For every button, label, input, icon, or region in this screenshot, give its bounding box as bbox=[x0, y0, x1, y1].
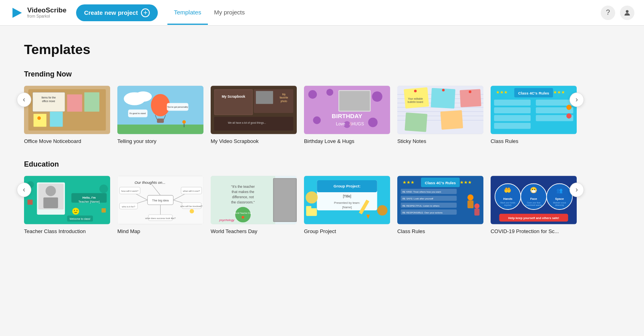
tab-my-projects[interactable]: My projects bbox=[208, 1, 252, 25]
svg-text:[Name]: [Name] bbox=[342, 205, 352, 209]
svg-rect-76 bbox=[494, 123, 531, 129]
tab-templates[interactable]: Templates bbox=[167, 1, 207, 25]
svg-point-38 bbox=[308, 90, 317, 99]
svg-rect-8 bbox=[50, 112, 62, 127]
template-thumb-office: Items for the office move bbox=[24, 86, 110, 134]
svg-text:the classroom.": the classroom." bbox=[231, 200, 255, 204]
svg-point-81 bbox=[566, 113, 572, 119]
svg-point-1 bbox=[626, 10, 629, 13]
svg-text:BE SAFE: Look after yourself: BE SAFE: Look after yourself bbox=[402, 197, 433, 200]
svg-text:BIRTHDAY: BIRTHDAY bbox=[332, 113, 362, 119]
svg-rect-18 bbox=[157, 119, 164, 123]
template-card-covid[interactable]: 🤲 Hands 😷 Face 👥 Space Wash your hands r… bbox=[491, 176, 577, 234]
template-name-classrules2: Class Rules bbox=[397, 228, 483, 234]
template-card-sticky[interactable]: Your editable bulletin board Sticky Note… bbox=[397, 86, 483, 144]
svg-rect-31 bbox=[256, 91, 273, 104]
svg-point-20 bbox=[182, 120, 186, 124]
svg-text:Group Project:: Group Project: bbox=[334, 184, 361, 188]
svg-point-39 bbox=[326, 89, 333, 96]
template-card-worldteacher[interactable]: "It's the teacher that makes the differe… bbox=[211, 176, 297, 234]
svg-text:bulletin board: bulletin board bbox=[408, 101, 423, 103]
svg-point-142 bbox=[377, 205, 388, 215]
header-right: ? bbox=[601, 6, 634, 20]
svg-text:You've got personality: You've got personality bbox=[167, 106, 188, 108]
svg-text:Help keep yourself and others : Help keep yourself and others safe! bbox=[508, 216, 559, 220]
svg-text:Our thoughts on...: Our thoughts on... bbox=[135, 180, 165, 185]
svg-text:Cover your face: Cover your face bbox=[527, 202, 540, 204]
help-button[interactable]: ? bbox=[601, 6, 615, 20]
svg-text:Maintain social: Maintain social bbox=[553, 202, 566, 204]
page-title: Templates bbox=[24, 42, 577, 57]
svg-text:The big idea: The big idea bbox=[152, 199, 169, 202]
template-card-story[interactable]: It's good to stand You've got personalit… bbox=[117, 86, 203, 144]
svg-text:We all have a lot of good thin: We all have a lot of good things... bbox=[228, 121, 266, 125]
svg-text:Your editable: Your editable bbox=[408, 97, 423, 100]
svg-rect-28 bbox=[215, 90, 252, 114]
template-thumb-worldteacher: "It's the teacher that makes the differe… bbox=[211, 176, 297, 224]
svg-text:BE RESPONSIBLE: Own your actio: BE RESPONSIBLE: Own your actions bbox=[402, 211, 443, 214]
svg-point-41 bbox=[313, 117, 321, 124]
template-card-scrapbook[interactable]: My Scrapbook My favorite photo We all ha… bbox=[211, 86, 297, 144]
education-next-button[interactable]: › bbox=[570, 183, 584, 197]
trending-section: Trending Now ‹ Items for the office move bbox=[24, 70, 577, 144]
template-card-teacher[interactable]: Hello, I'm Teacher [Name] Welcome to cla… bbox=[24, 176, 110, 234]
template-name-scrapbook: My Video Scrapbook bbox=[211, 138, 297, 144]
template-card-classrules2[interactable]: ★★★ ★★★ Class 4C's Rules BE KIND: Treat … bbox=[397, 176, 483, 234]
svg-text:"It's the teacher: "It's the teacher bbox=[231, 185, 255, 189]
svg-point-42 bbox=[368, 118, 378, 127]
svg-rect-85 bbox=[28, 199, 33, 205]
create-new-project-button[interactable]: Create new project + bbox=[76, 4, 158, 21]
template-card-birthday[interactable]: BIRTHDAY Love & HUGS Birthday Love & Hug… bbox=[304, 86, 390, 144]
svg-text:how will it work?: how will it work? bbox=[121, 190, 139, 192]
trending-next-button[interactable]: › bbox=[570, 93, 584, 107]
svg-point-63 bbox=[414, 90, 417, 92]
svg-rect-159 bbox=[467, 200, 473, 208]
header: VideoScribe from Sparkol Create new proj… bbox=[0, 0, 644, 26]
svg-text:Space: Space bbox=[555, 197, 564, 201]
svg-rect-62 bbox=[440, 110, 463, 130]
svg-rect-75 bbox=[494, 115, 531, 121]
svg-text:favorite: favorite bbox=[280, 97, 288, 99]
template-name-teacher: Teacher Class Introduction bbox=[24, 228, 110, 234]
svg-text:Hello, I'm: Hello, I'm bbox=[83, 196, 96, 199]
svg-rect-86 bbox=[101, 208, 106, 213]
template-thumb-story: It's good to stand You've got personalit… bbox=[117, 86, 203, 134]
svg-rect-45 bbox=[339, 91, 370, 111]
main-content: Templates Trending Now ‹ Items for the o… bbox=[0, 26, 601, 266]
svg-text:who will be involved?: who will be involved? bbox=[180, 205, 203, 207]
svg-text:It's good to stand: It's good to stand bbox=[129, 112, 146, 115]
svg-text:what does success look like?: what does success look like? bbox=[145, 217, 176, 219]
account-button[interactable] bbox=[620, 6, 634, 20]
education-prev-button[interactable]: ‹ bbox=[17, 183, 31, 197]
template-card-group[interactable]: Group Project: [Title] Presented by team… bbox=[304, 176, 390, 234]
template-name-sticky: Sticky Notes bbox=[397, 138, 483, 144]
svg-text:Presented by team:: Presented by team: bbox=[334, 201, 360, 205]
template-name-birthday: Birthday Love & Hugs bbox=[304, 138, 390, 144]
svg-rect-130 bbox=[274, 179, 296, 221]
template-thumb-group: Group Project: [Title] Presented by team… bbox=[304, 176, 390, 224]
template-card-office[interactable]: Items for the office move Office Move No… bbox=[24, 86, 110, 144]
svg-text:★★★: ★★★ bbox=[402, 180, 415, 185]
svg-point-40 bbox=[372, 91, 382, 102]
logo-name: VideoScribe bbox=[27, 7, 66, 14]
template-thumb-classrules: ★★★ ★★★ Class 4C's Rules bbox=[491, 86, 577, 134]
svg-rect-73 bbox=[494, 100, 531, 106]
trending-prev-button[interactable]: ‹ bbox=[17, 93, 31, 107]
template-name-covid: COVID-19 Protection for Sc... bbox=[491, 228, 577, 234]
svg-text:🤲: 🤲 bbox=[504, 187, 511, 194]
svg-text:Welcome to class!: Welcome to class! bbox=[70, 217, 91, 220]
svg-point-95 bbox=[74, 210, 75, 211]
svg-point-128 bbox=[242, 216, 244, 218]
svg-text:👥: 👥 bbox=[556, 187, 563, 194]
svg-point-160 bbox=[474, 203, 479, 209]
svg-text:difference, not: difference, not bbox=[232, 195, 254, 199]
svg-text:BE KIND: Treat others how you : BE KIND: Treat others how you want bbox=[402, 191, 441, 193]
template-card-mindmap[interactable]: Our thoughts on... The big idea h bbox=[117, 176, 203, 234]
template-card-classrules[interactable]: ★★★ ★★★ Class 4C's Rules bbox=[491, 86, 577, 144]
template-name-office: Office Move Noticeboard bbox=[24, 138, 110, 144]
logo-subtext: from Sparkol bbox=[27, 14, 66, 18]
template-thumb-sticky: Your editable bulletin board bbox=[397, 86, 483, 134]
svg-text:★★★: ★★★ bbox=[553, 90, 565, 95]
svg-point-65 bbox=[469, 91, 471, 93]
svg-point-11 bbox=[37, 117, 41, 120]
